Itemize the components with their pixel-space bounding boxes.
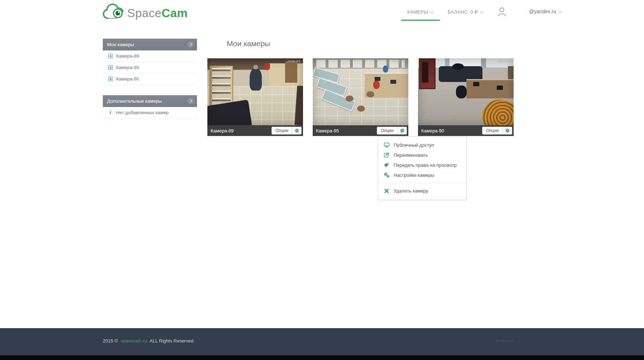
gear-button[interactable]: [397, 127, 407, 134]
account-menu[interactable]: @yandex.ru: [529, 9, 561, 14]
options-button-group: Опции: [271, 127, 302, 135]
options-button[interactable]: Опции: [377, 127, 397, 134]
camera-thumbnail-90[interactable]: 2016-02-: [418, 58, 514, 125]
logo-text: SpaceCam: [127, 5, 188, 22]
camera-card: 2016-02- Камера-95 Опции: [313, 58, 408, 136]
info-icon: i: [108, 110, 113, 116]
chevron-right-icon: [188, 98, 194, 104]
menu-item-label: Удалить камеру: [394, 188, 428, 194]
camera-card-bar: Камера-90 Опции: [418, 125, 514, 136]
sidebar-item-camera-89[interactable]: Камера-89: [103, 50, 197, 62]
options-dropdown-menu: Публичный доступ Переименовать Передать …: [378, 136, 467, 200]
footer: 2015 ©spacecam.ruALL Rights Reserved Rev…: [0, 328, 644, 355]
page-title: Мои камеры: [227, 39, 270, 48]
camera-name: Камера-90: [421, 128, 444, 133]
menu-item-label: Переименовать: [394, 152, 428, 158]
nav-active-underline: [401, 20, 440, 21]
chevron-right-icon: [188, 42, 194, 48]
rights-text: ALL Rights Reserved: [150, 338, 193, 344]
play-icon: [108, 77, 113, 81]
timestamp-overlay: 2016-02-: [393, 59, 407, 63]
menu-item-label: Настройки камеры: [394, 172, 434, 178]
footer-site-link[interactable]: spacecam.ru: [120, 338, 147, 344]
camera-name: Камера-89: [211, 128, 234, 133]
copyright-text: 2015 ©spacecam.ruALL Rights Reserved: [103, 338, 193, 344]
gear-button[interactable]: [292, 127, 301, 134]
chevron-down-icon: [558, 10, 562, 13]
camera-card: 2016-02- Камера-89 Опции: [207, 58, 303, 136]
nav-balance[interactable]: БАЛАНС: 0 ₽: [448, 9, 483, 15]
menu-item-delete-camera[interactable]: Удалить камеру: [378, 186, 466, 196]
x-icon: [384, 188, 390, 194]
gears-icon: [384, 172, 390, 178]
sidebar-no-cameras-note: i Нет добавленных камер: [103, 107, 197, 118]
sidebar: Мои камеры Камера-89 Камера-95 Камера-90…: [103, 39, 197, 118]
camera-card: 2016-02- Камера-90 Опции: [418, 58, 514, 136]
camera-card-bar: Камера-95 Опции: [313, 125, 408, 136]
sidebar-item-camera-95[interactable]: Камера-95: [103, 62, 197, 73]
menu-item-rename[interactable]: Переименовать: [378, 150, 466, 160]
options-button[interactable]: Опции: [482, 127, 503, 134]
options-button-group: Опции: [482, 127, 512, 135]
options-button-group: Опции: [377, 127, 407, 135]
menu-separator: [378, 183, 466, 183]
nav-cameras[interactable]: КАМЕРЫ: [407, 9, 433, 15]
chevron-down-icon: [430, 10, 434, 14]
edit-icon: [384, 152, 390, 158]
revision-text: Revision #: [496, 339, 514, 343]
options-button[interactable]: Опции: [272, 127, 292, 134]
timestamp-overlay: 2016-02-: [287, 59, 302, 63]
menu-item-label: Передать права на просмотр: [394, 162, 457, 168]
sidebar-item-camera-90[interactable]: Камера-90: [103, 73, 197, 85]
sidebar-item-label: Камера-89: [116, 53, 139, 59]
monitor-icon: [384, 142, 390, 148]
camera-thumbnail-95[interactable]: 2016-02-: [313, 58, 408, 125]
play-icon: [108, 65, 113, 70]
menu-item-transfer-rights[interactable]: Передать права на просмотр: [378, 160, 466, 170]
menu-item-label: Публичный доступ: [394, 142, 434, 148]
chevron-down-icon: [480, 10, 483, 14]
timestamp-overlay: 2016-02-: [498, 59, 512, 63]
megaphone-icon: [384, 162, 390, 168]
sidebar-note-label: Нет добавленных камер: [116, 110, 169, 115]
cloud-camera-logo-icon: [103, 3, 126, 22]
copyright-year: 2015 ©: [103, 338, 118, 344]
play-icon: [108, 54, 113, 58]
user-icon[interactable]: [498, 7, 506, 18]
sidebar-item-label: Камера-90: [116, 76, 139, 82]
sidebar-item-label: Камера-95: [116, 65, 139, 70]
menu-item-public-access[interactable]: Публичный доступ: [378, 140, 466, 150]
sidebar-header-label: Мои камеры: [107, 42, 134, 47]
camera-thumbnail-89[interactable]: 2016-02-: [207, 58, 303, 125]
sidebar-my-cameras-header[interactable]: Мои камеры: [103, 39, 197, 50]
gear-button[interactable]: [503, 127, 512, 134]
camera-card-bar: Камера-89 Опции: [207, 125, 303, 136]
menu-item-camera-settings[interactable]: Настройки камеры: [378, 170, 466, 180]
sidebar-header-label: Дополнительные камеры: [107, 98, 162, 104]
spacecam-logo[interactable]: SpaceCam: [103, 3, 188, 22]
bottom-strip: [0, 355, 644, 360]
sidebar-additional-cameras-header[interactable]: Дополнительные камеры: [103, 95, 197, 107]
page: SpaceCam КАМЕРЫ БАЛАНС: 0 ₽ @yandex.ru М…: [0, 0, 644, 360]
camera-name: Камера-95: [316, 128, 339, 133]
